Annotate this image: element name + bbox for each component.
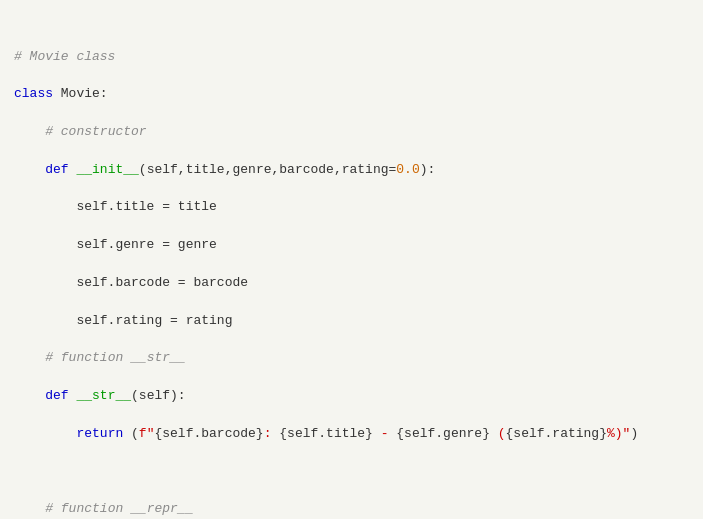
- line-2: class Movie:: [14, 85, 689, 104]
- line-6: self.genre = genre: [14, 236, 689, 255]
- line-3: # constructor: [14, 123, 689, 142]
- code-editor: # Movie class class Movie: # constructor…: [0, 0, 703, 519]
- line-12: [14, 462, 689, 481]
- line-4: def __init__(self,title,genre,barcode,ra…: [14, 161, 689, 180]
- line-9: # function __str__: [14, 349, 689, 368]
- line-8: self.rating = rating: [14, 312, 689, 331]
- line-11: return (f"{self.barcode}: {self.title} -…: [14, 425, 689, 444]
- line-13: # function __repr__: [14, 500, 689, 519]
- line-10: def __str__(self):: [14, 387, 689, 406]
- line-5: self.title = title: [14, 198, 689, 217]
- line-1: # Movie class: [14, 48, 689, 67]
- line-7: self.barcode = barcode: [14, 274, 689, 293]
